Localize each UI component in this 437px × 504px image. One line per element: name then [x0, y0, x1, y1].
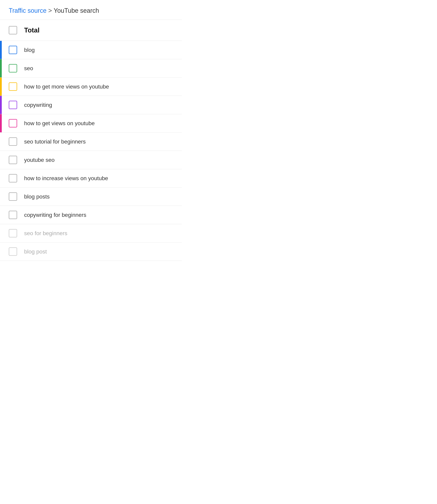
checkbox-youtube-seo[interactable]: [9, 156, 17, 164]
item-label-seo: seo: [24, 65, 33, 72]
color-bar: [0, 59, 2, 77]
list-item[interactable]: seo tutorial for beginners: [0, 133, 182, 151]
list-item[interactable]: youtube seo: [0, 151, 182, 169]
item-label-seo-for-beginners: seo for beginners: [24, 230, 67, 237]
search-terms-list: Totalblogseohow to get more views on you…: [0, 20, 182, 261]
list-item[interactable]: seo for beginners: [0, 224, 182, 242]
item-label-youtube-seo: youtube seo: [24, 157, 55, 163]
checkbox-seo-tutorial[interactable]: [9, 137, 17, 146]
breadcrumb: Traffic source > YouTube search: [0, 0, 182, 20]
list-item[interactable]: how to increase views on youtube: [0, 169, 182, 188]
color-bar: [0, 41, 2, 59]
list-item[interactable]: copywriting: [0, 96, 182, 114]
checkbox-blog-posts[interactable]: [9, 192, 17, 201]
checkbox-blog-post[interactable]: [9, 247, 17, 256]
color-bar: [0, 77, 2, 96]
list-item[interactable]: copywriting for beginners: [0, 206, 182, 224]
checkbox-copywriting-for-beginners[interactable]: [9, 211, 17, 219]
item-label-copywriting-for-beginners: copywriting for beginners: [24, 212, 86, 218]
checkbox-seo-for-beginners[interactable]: [9, 229, 17, 238]
list-item[interactable]: blog: [0, 41, 182, 59]
item-label-blog-posts: blog posts: [24, 193, 50, 200]
item-label-how-to-get-more-views: how to get more views on youtube: [24, 84, 109, 90]
checkbox-how-to-get-more-views[interactable]: [9, 82, 17, 91]
checkbox-how-to-get-views[interactable]: [9, 119, 17, 127]
item-label-total: Total: [24, 27, 40, 34]
item-label-how-to-increase-views: how to increase views on youtube: [24, 175, 108, 181]
item-label-copywriting: copywriting: [24, 102, 52, 108]
checkbox-how-to-increase-views[interactable]: [9, 174, 17, 182]
list-item[interactable]: seo: [0, 59, 182, 77]
list-item[interactable]: blog post: [0, 242, 182, 261]
list-item[interactable]: how to get more views on youtube: [0, 77, 182, 96]
item-label-seo-tutorial: seo tutorial for beginners: [24, 138, 86, 145]
breadcrumb-current: YouTube search: [54, 7, 99, 14]
checkbox-seo[interactable]: [9, 64, 17, 72]
breadcrumb-separator: >: [48, 7, 52, 14]
breadcrumb-link[interactable]: Traffic source: [9, 7, 47, 14]
item-label-blog-post: blog post: [24, 248, 47, 255]
checkbox-blog[interactable]: [9, 46, 17, 54]
list-item[interactable]: how to get views on youtube: [0, 114, 182, 133]
list-item[interactable]: blog posts: [0, 188, 182, 206]
color-bar: [0, 96, 2, 114]
checkbox-total[interactable]: [9, 26, 17, 34]
checkbox-copywriting[interactable]: [9, 101, 17, 109]
color-bar: [0, 114, 2, 132]
item-label-blog: blog: [24, 47, 35, 53]
list-item[interactable]: Total: [0, 20, 182, 41]
item-label-how-to-get-views: how to get views on youtube: [24, 120, 95, 127]
